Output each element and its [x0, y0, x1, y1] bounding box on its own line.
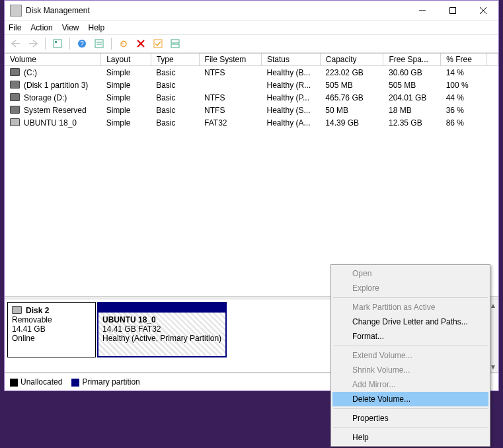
swatch-black-icon	[10, 379, 18, 387]
partition-block[interactable]: UBUNTU 18_0 14.41 GB FAT32 Healthy (Acti…	[97, 302, 240, 357]
table-cell: System Reserved	[5, 104, 101, 116]
partition-line3: Healthy (Active, Primary Partition)	[102, 334, 221, 343]
table-cell	[487, 104, 498, 116]
table-row[interactable]: (C:)SimpleBasicNTFSHealthy (B...223.02 G…	[5, 66, 498, 79]
table-cell: 204.01 GB	[383, 91, 441, 104]
table-cell	[487, 66, 498, 79]
close-button[interactable]	[468, 1, 498, 20]
column-spacer	[487, 54, 498, 66]
disk-meta[interactable]: Disk 2 Removable 14.41 GB Online	[7, 302, 96, 357]
disk-icon	[12, 306, 22, 314]
refresh-icon[interactable]	[116, 36, 131, 51]
table-cell	[199, 79, 261, 91]
table-cell: Simple	[101, 66, 151, 79]
table-row[interactable]: UBUNTU 18_0SimpleBasicFAT32Healthy (A...…	[5, 116, 498, 129]
table-cell	[487, 91, 498, 104]
back-button[interactable]	[9, 36, 23, 51]
delete-icon[interactable]	[134, 36, 148, 51]
table-cell: 12.35 GB	[383, 116, 441, 129]
titlebar[interactable]: Disk Management	[5, 1, 498, 21]
forward-button[interactable]	[26, 36, 40, 51]
table-cell: Storage (D:)	[5, 91, 101, 104]
table-cell: Healthy (A...	[262, 116, 321, 129]
table-cell: 36 %	[441, 104, 487, 116]
menu-view[interactable]: View	[62, 23, 79, 32]
svg-rect-5	[55, 41, 57, 43]
disk-size: 14.41 GB	[12, 324, 46, 334]
disk-label: Disk 2	[26, 306, 49, 315]
table-row[interactable]: System ReservedSimpleBasicNTFSHealthy (S…	[5, 104, 498, 116]
ctx-extend[interactable]: Extend Volume...	[332, 348, 488, 363]
disk-row: Disk 2 Removable 14.41 GB Online UBUNTU …	[7, 302, 240, 357]
svg-rect-8	[95, 40, 103, 48]
table-cell: 14.39 GB	[320, 116, 383, 129]
svg-rect-13	[154, 40, 162, 48]
table-cell: 223.02 GB	[320, 66, 383, 79]
table-cell: 44 %	[441, 91, 487, 104]
column-header[interactable]: Volume	[5, 54, 101, 66]
svg-text:?: ?	[80, 40, 84, 48]
volume-icon	[10, 118, 20, 126]
ctx-delete-volume[interactable]: Delete Volume...	[332, 392, 488, 406]
check-icon[interactable]	[151, 36, 165, 51]
menu-help[interactable]: Help	[89, 23, 105, 32]
toolbar-list-icon[interactable]	[92, 36, 106, 51]
table-cell: (Disk 1 partition 3)	[5, 79, 101, 91]
table-cell: Healthy (B...	[262, 66, 321, 79]
table-row[interactable]: (Disk 1 partition 3)SimpleBasicHealthy (…	[5, 79, 498, 91]
table-cell: Simple	[101, 104, 151, 116]
table-cell: 50 MB	[320, 104, 383, 116]
volume-icon	[10, 81, 20, 89]
table-cell: Healthy (R...	[262, 79, 321, 91]
toolbar-settings-icon[interactable]	[50, 36, 65, 51]
table-cell: Basic	[151, 116, 199, 129]
help-icon[interactable]: ?	[75, 36, 89, 51]
ctx-mirror[interactable]: Add Mirror...	[332, 377, 488, 392]
table-cell: Simple	[101, 91, 151, 104]
ctx-properties[interactable]: Properties	[332, 411, 488, 426]
column-header[interactable]: Status	[262, 54, 321, 66]
partition-header	[98, 303, 225, 313]
volume-icon	[10, 68, 20, 76]
ctx-open[interactable]: Open	[332, 266, 488, 281]
table-cell: 505 MB	[383, 79, 441, 91]
partition-name: UBUNTU 18_0	[102, 315, 156, 324]
table-cell: Basic	[151, 66, 199, 79]
table-cell: NTFS	[199, 104, 261, 116]
table-cell: 100 %	[441, 79, 487, 91]
minimize-button[interactable]	[407, 1, 438, 20]
table-cell: 14 %	[441, 66, 487, 79]
table-cell: Healthy (S...	[262, 104, 321, 116]
ctx-change-letter[interactable]: Change Drive Letter and Paths...	[332, 315, 488, 329]
maximize-button[interactable]	[438, 1, 468, 20]
legend-unallocated: Unallocated	[10, 377, 62, 387]
column-header[interactable]: % Free	[441, 54, 487, 66]
ctx-shrink[interactable]: Shrink Volume...	[332, 363, 488, 377]
column-header[interactable]: Capacity	[320, 54, 383, 66]
column-header[interactable]: Layout	[101, 54, 151, 66]
window-title: Disk Management	[26, 6, 407, 15]
disk-state: Online	[12, 334, 35, 343]
menu-action[interactable]: Action	[30, 23, 52, 32]
volume-table: VolumeLayoutTypeFile SystemStatusCapacit…	[5, 54, 498, 129]
toolbar-panes-icon[interactable]	[168, 36, 182, 51]
volume-list-pane[interactable]: VolumeLayoutTypeFile SystemStatusCapacit…	[5, 54, 498, 296]
table-cell: 30.60 GB	[383, 66, 441, 79]
ctx-help[interactable]: Help	[332, 430, 488, 445]
table-row[interactable]: Storage (D:)SimpleBasicNTFSHealthy (P...…	[5, 91, 498, 104]
svg-rect-14	[171, 40, 179, 43]
toolbar: ?	[5, 34, 498, 53]
table-cell: Basic	[151, 91, 199, 104]
column-header[interactable]: Type	[151, 54, 199, 66]
ctx-mark-active[interactable]: Mark Partition as Active	[332, 300, 488, 315]
column-header[interactable]: Free Spa...	[383, 54, 441, 66]
menu-file[interactable]: File	[9, 23, 21, 32]
column-header[interactable]: File System	[199, 54, 261, 66]
table-cell	[487, 116, 498, 129]
menubar: File Action View Help	[5, 21, 498, 34]
partition-line2: 14.41 GB FAT32	[102, 324, 161, 334]
ctx-format[interactable]: Format...	[332, 329, 488, 344]
volume-icon	[10, 93, 20, 101]
ctx-explore[interactable]: Explore	[332, 281, 488, 295]
table-cell: Basic	[151, 79, 199, 91]
